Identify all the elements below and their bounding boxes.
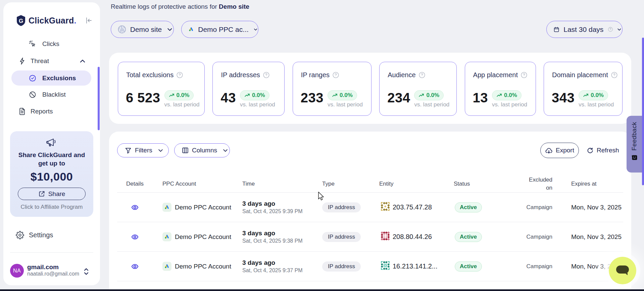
help-circle-icon[interactable] [611,71,618,79]
table-header: Details PPC Account Time Type Entity Sta… [117,171,623,193]
row-excluded-on-cell: Campaign [510,204,552,211]
column-header-time[interactable]: Time [237,171,317,192]
column-header-status[interactable]: Status [450,171,510,192]
refresh-button[interactable]: Refresh [587,143,619,158]
sidebar-item-clicks[interactable]: Clicks [3,36,100,52]
stat-card: IP ranges 233 0.0% vs. last period [293,62,371,116]
row-expires-at-cell: Mon, Nov 3, 2025 [552,204,623,211]
eye-icon[interactable] [131,233,139,241]
row-status-cell: Active [450,261,510,272]
trend-up-icon [332,93,338,98]
stat-card-body: 6 523 0.0% vs. last period [126,90,200,108]
user-account[interactable]: NA gmail.com naatali.ro@gmail.com [3,263,100,282]
brand-logo: G ClickGuard. [16,14,77,27]
collapse-sidebar-icon[interactable] [85,16,93,25]
column-header-ppc-account[interactable]: PPC Account [153,171,237,192]
google-ads-icon [162,232,171,241]
affiliate-promo-card[interactable]: Share ClickGuard andget up to $10,000 Sh… [10,131,93,217]
sidebar-item-label: Exclusions [42,75,76,82]
brand-name: ClickGuard. [29,16,77,26]
stat-card-body: 233 0.0% vs. last period [301,90,363,108]
clickguard-shield-icon: G [16,15,26,26]
chevron-down-icon [253,26,258,33]
stat-card-body: 343 0.0% vs. last period [552,90,614,108]
lightning-icon [18,57,26,65]
sidebar-item-settings[interactable]: Settings [3,227,100,243]
status-badge: Active [455,261,482,272]
column-header-entity[interactable]: Entity [374,171,450,192]
column-header-details[interactable]: Details [117,171,153,192]
stat-card-body: 234 0.0% vs. last period [387,90,449,108]
sidebar-item-label: Clicks [42,40,59,48]
stat-card: Total exclusions 6 523 0.0% vs. last per… [118,62,205,116]
affiliate-link[interactable]: Click to Affiliate Program [10,204,93,210]
sidebar-divider [10,252,93,253]
row-details-cell [117,233,153,241]
stat-card: App placement 13 0.0% vs. last period [465,62,536,116]
avatar: NA [10,264,24,278]
type-chip: IP address [322,232,361,242]
column-header-excluded-on[interactable]: Excluded on [510,171,552,192]
columns-button-label: Columns [192,147,217,154]
megaphone-icon [46,137,57,148]
exclusions-log-panel: Filters Columns Export Refresh Details P… [109,132,631,291]
help-circle-icon[interactable] [521,71,528,79]
column-header-type[interactable]: Type [317,171,374,192]
trend-up-icon [418,93,424,98]
table-row: Demo PPC Account 3 days ago Sat, Oct 4, … [117,222,623,252]
calendar-icon [553,26,559,34]
trend-up-icon [583,93,589,98]
stat-value: 43 [220,90,236,105]
sidebar-item-threat[interactable]: Threat [3,53,100,69]
stat-caption: vs. last period [240,101,275,108]
external-link-icon [38,190,45,197]
row-status-cell: Active [450,202,510,212]
ppc-account-selector[interactable]: Demo PPC ac... [181,21,258,38]
stat-card: Audience 234 0.0% vs. last period [379,62,457,116]
stat-value: 233 [301,90,324,105]
chat-launcher-button[interactable] [609,257,636,284]
help-circle-icon[interactable] [176,71,183,79]
stats-cards: Total exclusions 6 523 0.0% vs. last per… [118,62,623,116]
column-header-expires-at[interactable]: Expires at [552,171,623,192]
user-email: naatali.ro@gmail.com [27,271,79,277]
sidebar-item-exclusions[interactable]: Exclusions [11,70,91,86]
site-selector-value: Demo site [130,26,162,34]
eye-icon[interactable] [131,203,139,211]
sidebar-scrollbar-thumb[interactable] [98,67,100,130]
cloud-download-icon [545,147,553,154]
eye-icon[interactable] [131,262,139,271]
help-circle-icon[interactable] [418,71,426,79]
sidebar-item-reports[interactable]: Reports [3,103,100,119]
row-time-cell: 3 days ago Sat, Oct 4, 2025 9:37 PM [237,259,317,274]
stat-caption: vs. last period [328,101,363,108]
stat-caption: vs. last period [492,101,527,108]
table-row: Demo PPC Account 3 days ago Sat, Oct 4, … [117,193,623,222]
row-entity-cell: 208.80.44.26 [374,232,450,242]
status-badge: Active [455,202,482,212]
stat-value: 6 523 [126,90,160,105]
date-range-selector[interactable]: Last 30 days [546,21,623,38]
export-button[interactable]: Export [540,143,579,158]
stat-caption: vs. last period [414,101,449,108]
filters-button[interactable]: Filters [117,143,169,157]
feedback-tab[interactable]: Feedback [627,116,642,173]
site-selector[interactable]: Demo site [111,21,174,38]
row-entity-cell: 203.75.47.28 [374,202,450,212]
share-button[interactable]: Share [18,188,86,200]
help-circle-icon[interactable] [332,71,339,79]
userback-logo-icon [631,154,638,161]
page-scrollbar-thumb[interactable] [642,38,644,185]
trend-badge: 0.0% [328,90,357,100]
gear-icon [16,231,24,239]
ppc-account-selector-value: Demo PPC ac... [198,26,249,34]
stat-card-title: App placement [473,71,528,79]
unfold-chevrons-icon [83,267,90,276]
trend-badge: 0.0% [164,90,194,100]
sidebar-item-blacklist[interactable]: Blacklist [3,87,100,103]
sidebar-item-label: Threat [31,57,49,65]
columns-button[interactable]: Columns [174,143,230,157]
help-circle-icon[interactable] [263,71,270,79]
stat-card-title: Audience [388,71,425,79]
promo-title: Share ClickGuard andget up to [10,151,93,167]
